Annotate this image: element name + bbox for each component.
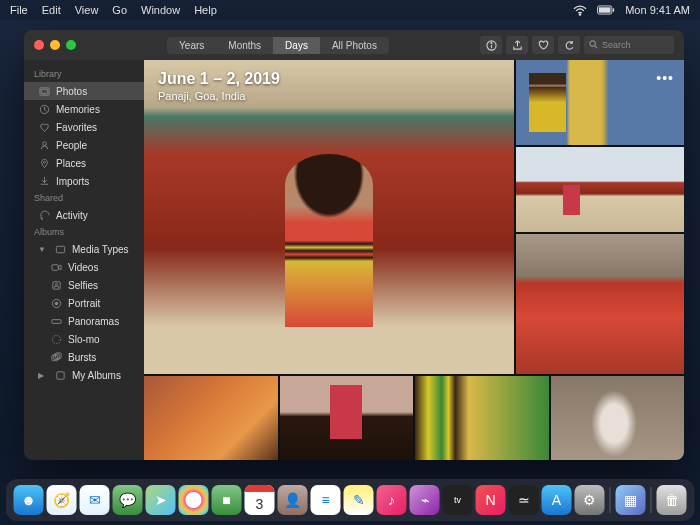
svg-point-21 (52, 335, 60, 343)
search-placeholder: Search (602, 40, 631, 50)
sidebar-item-people[interactable]: People (24, 136, 144, 154)
dock-app-appstore[interactable]: A (542, 485, 572, 515)
sidebar-header: Library (24, 66, 144, 82)
photo-thumb[interactable] (551, 376, 685, 460)
photo-grid: June 1 – 2, 2019 Panaji, Goa, India ••• (144, 60, 684, 460)
people-icon (38, 139, 50, 151)
chevron-right-icon[interactable]: ▶ (38, 371, 48, 380)
photo-thumb[interactable] (280, 376, 414, 460)
photo-thumb[interactable] (144, 376, 278, 460)
sidebar-item-my-albums[interactable]: ▶My Albums (24, 366, 144, 384)
svg-point-17 (55, 283, 57, 285)
memories-icon (38, 103, 50, 115)
sidebar-item-label: Slo-mo (68, 334, 100, 345)
dock-app-trash[interactable]: 🗑 (657, 485, 687, 515)
activity-icon (38, 209, 50, 221)
menu-help[interactable]: Help (194, 4, 217, 16)
sidebar-item-label: Activity (56, 210, 88, 221)
panoramas-icon (50, 315, 62, 327)
dock-app-music[interactable]: ♪ (377, 485, 407, 515)
clock[interactable]: Mon 9:41 AM (625, 4, 690, 16)
photo-thumb[interactable] (415, 376, 549, 460)
dock-separator (610, 487, 611, 513)
toolbar-buttons: Search (480, 36, 674, 54)
dock-app-facetime[interactable]: ■ (212, 485, 242, 515)
dock-app-maps[interactable]: ➤ (146, 485, 176, 515)
sidebar-item-imports[interactable]: Imports (24, 172, 144, 190)
dock-app-safari[interactable]: 🧭 (47, 485, 77, 515)
dock-app-contacts[interactable]: 👤 (278, 485, 308, 515)
sidebar-item-label: Selfies (68, 280, 98, 291)
sidebar-item-activity[interactable]: Activity (24, 206, 144, 224)
dock-app-news[interactable]: N (476, 485, 506, 515)
menu-window[interactable]: Window (141, 4, 180, 16)
menu-view[interactable]: View (75, 4, 99, 16)
svg-rect-20 (51, 319, 60, 323)
dock-app-reminders[interactable]: ≡ (311, 485, 341, 515)
sidebar-item-panoramas[interactable]: Panoramas (24, 312, 144, 330)
close-button[interactable] (34, 40, 44, 50)
chevron-down-icon[interactable]: ▼ (38, 245, 48, 254)
sidebar-item-bursts[interactable]: Bursts (24, 348, 144, 366)
dock-app-finder[interactable]: ☻ (14, 485, 44, 515)
svg-rect-25 (56, 371, 63, 378)
sidebar: LibraryPhotosMemoriesFavoritesPeoplePlac… (24, 60, 144, 460)
my-albums-icon (54, 369, 66, 381)
menu-go[interactable]: Go (112, 4, 127, 16)
rotate-button[interactable] (558, 36, 580, 54)
minimize-button[interactable] (50, 40, 60, 50)
search-field[interactable]: Search (584, 36, 674, 54)
places-icon (38, 157, 50, 169)
dock-app-photos[interactable] (179, 485, 209, 515)
wifi-icon[interactable] (573, 5, 587, 16)
sidebar-item-portrait[interactable]: Portrait (24, 294, 144, 312)
info-button[interactable] (480, 36, 502, 54)
photo-thumb[interactable] (516, 147, 684, 232)
dock-app-stocks[interactable]: ≃ (509, 485, 539, 515)
segment-all-photos[interactable]: All Photos (320, 37, 389, 54)
dock-app-mail[interactable]: ✉︎ (80, 485, 110, 515)
portrait-icon (50, 297, 62, 309)
battery-icon[interactable] (597, 5, 615, 15)
sidebar-item-selfies[interactable]: Selfies (24, 276, 144, 294)
segment-days[interactable]: Days (273, 37, 320, 54)
photo-thumb[interactable] (516, 234, 684, 374)
dock-app-tv[interactable]: tv (443, 485, 473, 515)
photo-hero[interactable] (144, 60, 514, 374)
sidebar-item-label: Memories (56, 104, 100, 115)
sidebar-item-label: Favorites (56, 122, 97, 133)
sidebar-item-slo-mo[interactable]: Slo-mo (24, 330, 144, 348)
system-menubar: File Edit View Go Window Help Mon 9:41 A… (0, 0, 700, 20)
dock-app-calendar[interactable]: 3 (245, 485, 275, 515)
dock-app-settings[interactable]: ⚙︎ (575, 485, 605, 515)
photos-icon (38, 85, 50, 97)
sidebar-item-videos[interactable]: Videos (24, 258, 144, 276)
favorites-icon (38, 121, 50, 133)
photos-window: Years Months Days All Photos Search Libr… (24, 30, 684, 460)
sidebar-item-media-types[interactable]: ▼Media Types (24, 240, 144, 258)
date-location-overlay: June 1 – 2, 2019 Panaji, Goa, India (158, 70, 280, 102)
menu-edit[interactable]: Edit (42, 4, 61, 16)
svg-rect-2 (599, 7, 611, 12)
traffic-lights (34, 40, 76, 50)
titlebar: Years Months Days All Photos Search (24, 30, 684, 60)
sidebar-item-memories[interactable]: Memories (24, 100, 144, 118)
favorite-button[interactable] (532, 36, 554, 54)
svg-point-6 (490, 42, 491, 43)
dock-app-notes[interactable]: ✎ (344, 485, 374, 515)
share-button[interactable] (506, 36, 528, 54)
dock-app-screenshot[interactable]: ▦ (616, 485, 646, 515)
dock-separator (651, 487, 652, 513)
sidebar-item-places[interactable]: Places (24, 154, 144, 172)
svg-rect-3 (613, 8, 614, 12)
segment-years[interactable]: Years (167, 37, 216, 54)
menu-file[interactable]: File (10, 4, 28, 16)
sidebar-item-label: My Albums (72, 370, 121, 381)
maximize-button[interactable] (66, 40, 76, 50)
dock-app-messages[interactable]: 💬 (113, 485, 143, 515)
more-icon[interactable]: ••• (656, 70, 674, 86)
segment-months[interactable]: Months (216, 37, 273, 54)
sidebar-item-photos[interactable]: Photos (24, 82, 144, 100)
sidebar-item-favorites[interactable]: Favorites (24, 118, 144, 136)
dock-app-podcasts[interactable]: ⌁ (410, 485, 440, 515)
